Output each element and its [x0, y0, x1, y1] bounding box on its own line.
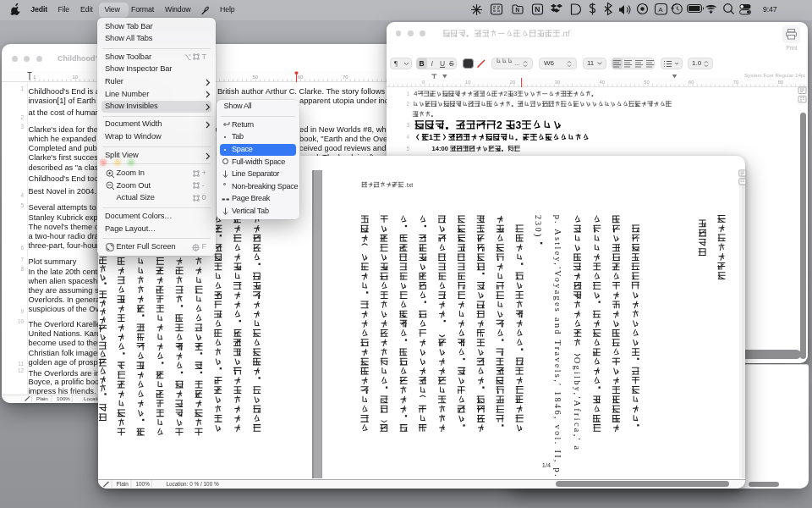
- svg-text:.txt: .txt: [404, 181, 413, 189]
- svg-text:230): 230): [533, 214, 543, 238]
- svg-text:3: 3: [513, 90, 517, 97]
- svg-text:5: 5: [406, 146, 409, 152]
- svg-text:50: 50: [253, 75, 258, 80]
- svg-text:N: N: [515, 7, 519, 13]
- svg-text:3: 3: [516, 119, 522, 131]
- svg-text:Ogilby,'Africa,' a: Ogilby,'Africa,' a: [573, 356, 582, 451]
- svg-text:70: 70: [343, 75, 348, 80]
- svg-text:1: 1: [33, 75, 36, 80]
- svg-text:A: A: [658, 6, 663, 14]
- svg-text:1: 1: [429, 133, 433, 141]
- svg-text:3: 3: [406, 122, 409, 128]
- svg-text:4: 4: [414, 90, 417, 97]
- svg-text:Plain: Plain: [36, 395, 48, 401]
- svg-text:100%: 100%: [57, 395, 70, 401]
- svg-text:1/4: 1/4: [541, 461, 550, 469]
- svg-text:2: 2: [504, 90, 508, 97]
- svg-text:2: 2: [406, 101, 409, 107]
- svg-text:.rtf: .rtf: [561, 30, 570, 38]
- svg-text:14:00: 14:00: [432, 145, 448, 152]
- svg-text:…: …: [514, 60, 520, 66]
- svg-text:p. Astley,'Voyages and Travels: p. Astley,'Voyages and Travels,' 1846, v…: [553, 214, 562, 478]
- svg-text:60: 60: [298, 75, 303, 80]
- svg-text:2: 2: [497, 119, 502, 131]
- svg-text:10: 10: [73, 75, 78, 80]
- svg-text:N: N: [535, 5, 540, 14]
- svg-text:1: 1: [406, 91, 409, 97]
- svg-text:4: 4: [406, 134, 409, 140]
